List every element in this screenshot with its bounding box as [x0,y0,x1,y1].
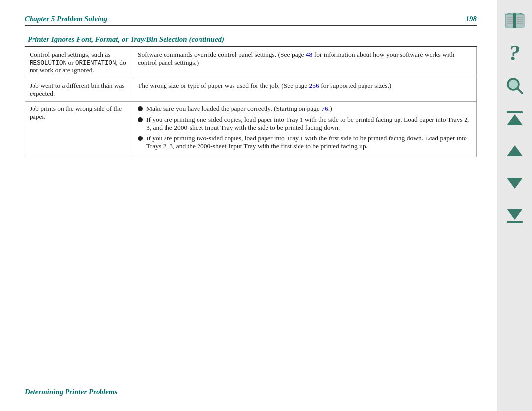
link-48[interactable]: 48 [306,51,313,58]
nav-prev-icon[interactable] [503,139,527,163]
bullet-text: If you are printing one-sided copies, lo… [146,116,472,132]
svg-rect-1 [516,14,524,27]
svg-rect-2 [513,13,516,28]
cause-cell: Job prints on the wrong side of the pape… [25,102,133,157]
nav-bar [507,221,523,223]
table-row: Control panel settings, such as RESOLUTI… [25,47,477,78]
solution-cell-bullets: Make sure you have loaded the paper corr… [133,102,477,157]
link-256[interactable]: 256 [309,82,319,89]
main-content: Chapter 5 Problem Solving 198 Printer Ig… [0,0,497,411]
problem-table: Control panel settings, such as RESOLUTI… [25,47,477,157]
bullet-item: If you are printing one-sided copies, lo… [138,116,472,132]
footer-label: Determining Printer Problems [25,378,477,396]
triangle-up [507,145,523,156]
book-icon[interactable] [503,9,527,33]
bullet-item: Make sure you have loaded the paper corr… [138,105,472,113]
chapter-label: Chapter 5 Problem Solving [25,15,107,23]
bullet-dot [138,136,143,141]
triangle-up [507,114,523,125]
sidebar: ? [497,0,532,411]
svg-rect-0 [505,14,514,27]
search-icon[interactable] [503,74,527,98]
cause-cell: Control panel settings, such as RESOLUTI… [25,47,133,78]
triangle-down [507,209,523,220]
question-icon[interactable]: ? [503,41,527,65]
link-76[interactable]: 76 [321,105,328,112]
triangle-down [507,178,523,189]
solution-cell: The wrong size or type of paper was used… [133,78,477,102]
section-title: Printer Ignores Font, Format, or Tray/Bi… [25,33,477,47]
nav-bar [507,111,523,113]
nav-first-icon[interactable] [503,106,527,130]
svg-line-12 [517,88,522,93]
nav-next-icon[interactable] [503,171,527,195]
bullet-text: If you are printing two-sided copies, lo… [146,135,472,150]
bullet-dot [138,106,143,111]
mono-text: RESOLUTION [30,60,66,67]
mono-text-2: ORIENTATION [75,60,116,67]
solution-cell: Software commands override control panel… [133,47,477,78]
cause-cell: Job went to a different bin than was exp… [25,78,133,102]
nav-last-icon[interactable] [503,204,527,228]
table-row: Job prints on the wrong side of the pape… [25,102,477,157]
page-number: 198 [466,15,477,23]
bullet-text: Make sure you have loaded the paper corr… [146,105,472,113]
table-row: Job went to a different bin than was exp… [25,78,477,102]
bullet-dot [138,117,143,122]
page-header: Chapter 5 Problem Solving 198 [25,15,477,26]
bullet-item: If you are printing two-sided copies, lo… [138,135,472,150]
